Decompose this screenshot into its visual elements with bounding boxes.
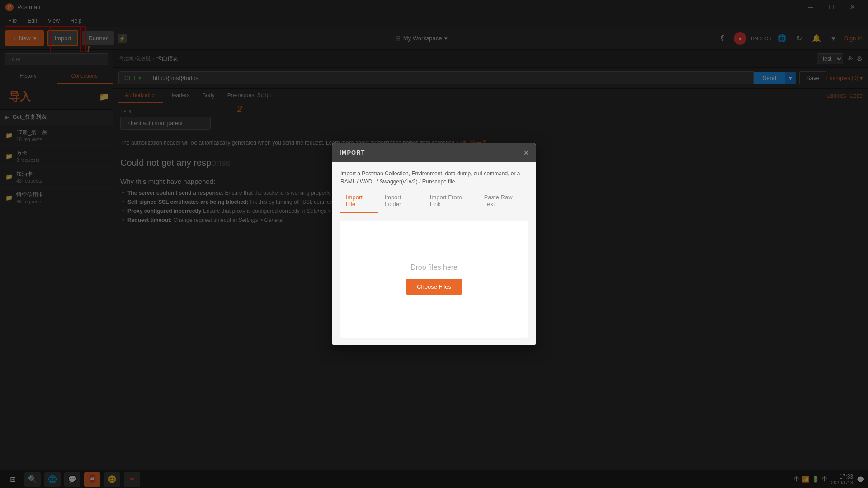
modal-tab-paste-raw-text[interactable]: Paste Raw Text [478,189,528,213]
modal-tabs: Import File Import Folder Import From Li… [332,189,536,213]
modal-overlay[interactable]: IMPORT × Import a Postman Collection, En… [0,0,868,488]
modal-header: IMPORT × [332,143,536,162]
modal-tab-import-from-link[interactable]: Import From Link [424,189,478,213]
import-modal: IMPORT × Import a Postman Collection, En… [332,143,536,345]
drop-text: Drop files here [410,263,458,272]
modal-tab-import-file[interactable]: Import File [340,189,378,213]
modal-tab-import-folder[interactable]: Import Folder [378,189,423,213]
modal-close-button[interactable]: × [524,149,528,157]
modal-title: IMPORT [340,149,365,156]
modal-description: Import a Postman Collection, Environment… [332,162,536,189]
modal-body: Drop files here Choose Files [340,221,528,338]
choose-files-button[interactable]: Choose Files [406,279,462,295]
